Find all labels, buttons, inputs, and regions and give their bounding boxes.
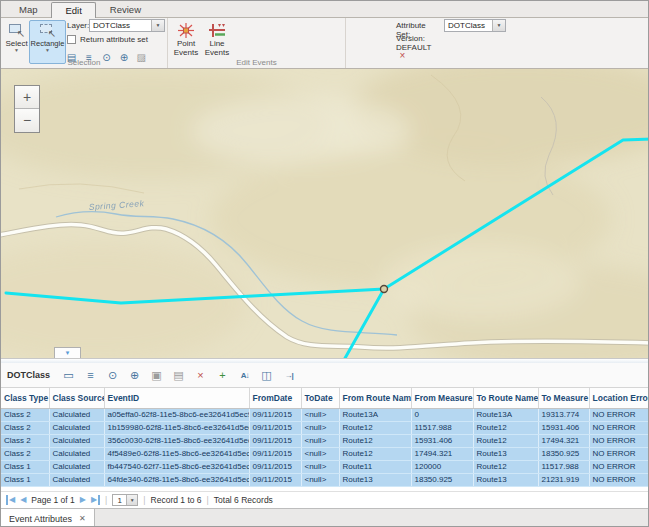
bottom-tab-bar: Event Attributes ✕ [1, 508, 648, 527]
cell-from-date: 09/11/2015 [249, 447, 301, 460]
cell-class-type: Class 2 [1, 434, 49, 447]
calculate-field-icon[interactable]: ▤ [171, 368, 186, 383]
zoom-out-button[interactable]: − [15, 109, 39, 132]
rectangle-caret-icon: ▼ [45, 48, 50, 53]
cell-from-date: 09/11/2015 [249, 408, 301, 421]
cell-from-measure: 15931.406 [411, 434, 473, 447]
point-events-icon [177, 22, 195, 39]
open-attribute-window-icon[interactable]: ◫ [259, 368, 274, 383]
split-record-icon[interactable]: →| [281, 368, 296, 383]
cell-from-route-name: Route11 [339, 460, 411, 473]
map-zoom-control: + − [14, 85, 40, 133]
route-junction-marker[interactable] [381, 286, 388, 293]
attribute-set-dropdown-arrow-icon[interactable]: ▼ [492, 20, 505, 31]
cell-from-measure: 0 [411, 408, 473, 421]
column-header[interactable]: From Route Name [339, 388, 411, 408]
layer-dropdown-arrow-icon[interactable]: ▼ [151, 20, 164, 31]
table-row[interactable]: Class 2 Calculated 1b159980-62f8-11e5-8b… [1, 421, 649, 434]
cell-event-id: 4f5489e0-62f8-11e5-8bc6-ee32641d5ec9 [104, 447, 249, 460]
sort-records-icon[interactable]: A↓ [237, 368, 252, 383]
edit-events-group: Point Events Line Events Attribute Set: … [168, 18, 346, 68]
column-header[interactable]: ToDate [301, 388, 339, 408]
save-edits-icon[interactable]: ▣ [149, 368, 164, 383]
cell-to-date: <null> [301, 421, 339, 434]
column-header[interactable]: EventID [104, 388, 249, 408]
pagination-bar: ◀ ◀ Page 1 of 1 ▶ ▶ | 1 ▼ | Record 1 to … [1, 491, 648, 508]
app-window: Map Edit Review ↖ Select ▼ ↖ Rectangle ▼ [0, 0, 649, 527]
column-header[interactable]: FromDate [249, 388, 301, 408]
cell-to-route-name: Route12 [473, 421, 538, 434]
tab-map[interactable]: Map [5, 1, 51, 17]
cell-class-source: Calculated [49, 421, 104, 434]
cell-from-route-name: Route12 [339, 447, 411, 460]
return-attribute-set-checkbox[interactable] [67, 35, 76, 44]
ribbon: ↖ Select ▼ ↖ Rectangle ▼ Layer: DOTClass… [1, 18, 648, 69]
table-row[interactable]: Class 2 Calculated 356c0030-62f8-11e5-8b… [1, 434, 649, 447]
cell-class-type: Class 2 [1, 421, 49, 434]
tab-label: Event Attributes [9, 514, 72, 524]
zoom-in-button[interactable]: + [15, 86, 39, 109]
cell-to-route-name: Route13 [473, 447, 538, 460]
table-row[interactable]: Class 2 Calculated a05effa0-62f8-11e5-8b… [1, 408, 649, 421]
export-records-icon[interactable]: × [193, 368, 208, 383]
last-page-icon[interactable]: ▶ [91, 495, 100, 505]
cell-to-date: <null> [301, 434, 339, 447]
cell-to-route-name: Route13A [473, 408, 538, 421]
cell-to-date: <null> [301, 460, 339, 473]
page-text: Page 1 of 1 [31, 495, 74, 505]
tab-review[interactable]: Review [96, 1, 155, 17]
cell-event-id: a05effa0-62f8-11e5-8bc6-ee32641d5ec9 [104, 408, 249, 421]
column-header[interactable]: To Route Name [473, 388, 538, 408]
next-page-icon[interactable]: ▶ [80, 495, 86, 505]
page-dropdown-arrow-icon[interactable]: ▼ [126, 495, 137, 505]
panel-collapse-handle[interactable]: ▼ [54, 347, 81, 358]
table-row[interactable]: Class 1 Calculated 64fde340-62f8-11e5-8b… [1, 473, 649, 486]
cell-to-measure: 17494.321 [538, 434, 589, 447]
select-records-icon[interactable]: ▭ [61, 368, 76, 383]
attribute-set-dropdown[interactable]: DOTClass ▼ [444, 19, 506, 32]
first-page-icon[interactable]: ◀ [6, 495, 15, 505]
column-header[interactable]: Location Error [589, 388, 649, 408]
cell-from-route-name: Route12 [339, 434, 411, 447]
cell-class-type: Class 2 [1, 408, 49, 421]
cell-event-id: 64fde340-62f8-11e5-8bc6-ee32641d5ec9 [104, 473, 249, 486]
map-canvas[interactable]: Spring Creek + − ▼ [1, 69, 649, 358]
column-header[interactable]: To Measure [538, 388, 589, 408]
tab-event-attributes[interactable]: Event Attributes ✕ [1, 509, 95, 527]
cell-to-measure: 15931.406 [538, 421, 589, 434]
delete-event-icon[interactable]: × [396, 50, 409, 62]
line-events-icon [208, 22, 226, 39]
show-selected-records-icon[interactable]: ≡ [83, 368, 98, 383]
previous-page-icon[interactable]: ◀ [20, 495, 26, 505]
column-header[interactable]: Class Type [1, 388, 49, 408]
close-tab-icon[interactable]: ✕ [79, 514, 86, 523]
table-row[interactable]: Class 2 Calculated 4f5489e0-62f8-11e5-8b… [1, 447, 649, 460]
record-range-text: Record 1 to 6 [151, 495, 202, 505]
cell-event-id: 356c0030-62f8-11e5-8bc6-ee32641d5ec9 [104, 434, 249, 447]
select-tool-icon: ↖ [8, 22, 26, 38]
cell-class-source: Calculated [49, 447, 104, 460]
pager-separator: | [105, 495, 107, 505]
column-header[interactable]: Class Source [49, 388, 104, 408]
cell-from-measure: 11517.988 [411, 421, 473, 434]
selection-group-label: Selection [1, 58, 167, 67]
column-header[interactable]: From Measure [411, 388, 473, 408]
select-caret-icon: ▼ [14, 48, 19, 53]
selection-group: ↖ Select ▼ ↖ Rectangle ▼ Layer: DOTClass… [1, 18, 168, 68]
rectangle-select-icon: ↖ [39, 22, 57, 38]
tab-edit[interactable]: Edit [51, 2, 95, 18]
cell-location-error: NO ERROR [589, 434, 649, 447]
cell-event-id: fb447540-62f7-11e5-8bc6-ee32641d5ec9 [104, 460, 249, 473]
page-number-dropdown[interactable]: 1 ▼ [112, 494, 138, 506]
table-row[interactable]: Class 1 Calculated fb447540-62f7-11e5-8b… [1, 460, 649, 473]
add-record-icon[interactable]: + [215, 368, 230, 383]
cell-to-date: <null> [301, 447, 339, 460]
cell-class-source: Calculated [49, 434, 104, 447]
cell-to-route-name: Route13 [473, 473, 538, 486]
layer-dropdown[interactable]: DOTClass ▼ [89, 19, 165, 32]
cell-location-error: NO ERROR [589, 447, 649, 460]
cell-location-error: NO ERROR [589, 460, 649, 473]
event-table-body: Class 2 Calculated a05effa0-62f8-11e5-8b… [1, 408, 649, 486]
pan-to-selection-icon[interactable]: ⊕ [127, 368, 142, 383]
zoom-to-selection-icon[interactable]: ⊙ [105, 368, 120, 383]
